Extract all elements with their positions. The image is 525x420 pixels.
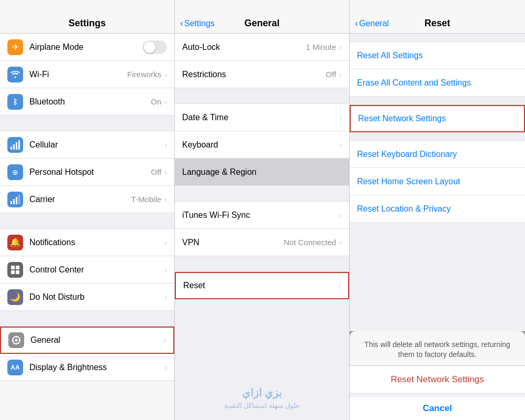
reset-item-network[interactable]: Reset Network Settings bbox=[350, 105, 525, 132]
reset-item-keyboard[interactable]: Reset Keyboard Dictionary bbox=[350, 141, 525, 168]
bluetooth-icon: ᛒ bbox=[7, 94, 23, 110]
wifi-icon bbox=[7, 67, 23, 82]
hotspot-label: Personal Hotspot bbox=[29, 167, 151, 177]
control-icon bbox=[7, 262, 23, 278]
datetime-chevron: › bbox=[339, 113, 342, 122]
autolock-value: 1 Minute bbox=[306, 43, 337, 51]
svg-rect-0 bbox=[10, 146, 12, 150]
settings-item-notifications[interactable]: 🔔 Notifications › bbox=[0, 229, 174, 256]
reset-divider-top bbox=[350, 34, 525, 42]
divider-3 bbox=[0, 311, 174, 327]
panel-reset: ‹ General Reset Reset All Settings Erase… bbox=[350, 0, 525, 420]
airplane-toggle[interactable] bbox=[143, 40, 167, 54]
display-chevron: › bbox=[164, 363, 167, 372]
dialog-confirm-btn[interactable]: Reset Network Settings bbox=[350, 365, 525, 393]
general-item-keyboard[interactable]: Keyboard › bbox=[175, 131, 349, 159]
bluetooth-value: On bbox=[151, 97, 161, 106]
settings-item-control[interactable]: Control Center › bbox=[0, 256, 174, 284]
reset-network-label: Reset Network Settings bbox=[358, 114, 446, 123]
settings-title: Settings bbox=[68, 18, 106, 29]
dialog-cancel-label: Cancel bbox=[423, 403, 452, 414]
settings-item-hotspot[interactable]: ⊕ Personal Hotspot Off › bbox=[0, 159, 174, 186]
reset-divider-1 bbox=[350, 97, 525, 105]
general-divider-1 bbox=[175, 88, 349, 104]
general-item-vpn[interactable]: VPN Not Connected › bbox=[175, 229, 349, 256]
reset-keyboard-label: Reset Keyboard Dictionary bbox=[357, 150, 457, 159]
reset-item-homescreen[interactable]: Reset Home Screen Layout bbox=[350, 168, 525, 195]
watermark-text: بزي ازاي bbox=[175, 386, 349, 399]
general-title: General bbox=[244, 18, 279, 29]
reset-header: ‹ General Reset bbox=[350, 0, 525, 34]
carrier-icon bbox=[7, 192, 23, 207]
reset-item-all[interactable]: Reset All Settings bbox=[350, 42, 525, 69]
notifications-icon: 🔔 bbox=[7, 235, 23, 250]
datetime-label: Date & Time bbox=[182, 113, 339, 122]
general-item-restrictions[interactable]: Restrictions Off › bbox=[175, 61, 349, 88]
general-divider-3 bbox=[175, 256, 349, 272]
reset-chevron: › bbox=[338, 281, 341, 290]
settings-header: Settings bbox=[0, 0, 174, 34]
settings-item-general[interactable]: General › bbox=[0, 327, 174, 354]
autolock-chevron: › bbox=[339, 43, 342, 51]
reset-item-location[interactable]: Reset Location & Privacy bbox=[350, 195, 525, 223]
back-to-general-label: General bbox=[359, 19, 389, 28]
wifi-label: Wi-Fi bbox=[29, 70, 127, 79]
general-item-language[interactable]: Language & Region › bbox=[175, 159, 349, 186]
airplane-label: Airplane Mode bbox=[29, 43, 143, 52]
back-to-general-btn[interactable]: ‹ General bbox=[355, 18, 389, 29]
reset-homescreen-label: Reset Home Screen Layout bbox=[357, 177, 460, 186]
divider-2 bbox=[0, 213, 174, 229]
settings-item-cellular[interactable]: Cellular › bbox=[0, 131, 174, 159]
general-label: General bbox=[30, 335, 163, 345]
svg-rect-8 bbox=[11, 266, 15, 269]
language-label: Language & Region bbox=[182, 167, 339, 177]
svg-rect-3 bbox=[18, 140, 20, 150]
hotspot-chevron: › bbox=[164, 168, 167, 176]
settings-item-airplane[interactable]: ✈ Airplane Mode bbox=[0, 34, 174, 61]
settings-item-bluetooth[interactable]: ᛒ Bluetooth On › bbox=[0, 88, 174, 116]
general-list: Auto-Lock 1 Minute › Restrictions Off › … bbox=[175, 34, 349, 357]
dialog-cancel-btn[interactable]: Cancel bbox=[350, 393, 525, 420]
svg-rect-10 bbox=[11, 270, 15, 274]
reset-label: Reset bbox=[183, 281, 338, 290]
general-chevron: › bbox=[163, 336, 166, 344]
wifi-value: Fireworks bbox=[127, 70, 161, 79]
reset-all-label: Reset All Settings bbox=[357, 51, 423, 60]
hotspot-icon: ⊕ bbox=[7, 164, 23, 180]
bluetooth-label: Bluetooth bbox=[29, 97, 151, 107]
general-item-autolock[interactable]: Auto-Lock 1 Minute › bbox=[175, 34, 349, 61]
svg-rect-1 bbox=[13, 144, 15, 150]
notifications-label: Notifications bbox=[29, 238, 164, 247]
settings-item-wifi[interactable]: Wi-Fi Fireworks › bbox=[0, 61, 174, 88]
reset-location-label: Reset Location & Privacy bbox=[357, 204, 451, 214]
settings-item-dnd[interactable]: 🌙 Do Not Disturb › bbox=[0, 284, 174, 311]
general-item-datetime[interactable]: Date & Time › bbox=[175, 104, 349, 131]
itunes-chevron: › bbox=[339, 211, 342, 219]
carrier-chevron: › bbox=[164, 195, 167, 204]
back-to-settings-btn[interactable]: ‹ Settings bbox=[180, 18, 215, 29]
cellular-icon bbox=[7, 137, 23, 153]
back-to-settings-label: Settings bbox=[184, 19, 215, 28]
settings-item-carrier[interactable]: Carrier T-Mobile › bbox=[0, 186, 174, 213]
general-item-itunes[interactable]: iTunes Wi-Fi Sync › bbox=[175, 202, 349, 229]
control-label: Control Center bbox=[29, 265, 164, 275]
vpn-chevron: › bbox=[339, 238, 342, 247]
display-icon: AA bbox=[7, 360, 23, 375]
settings-item-display[interactable]: AA Display & Brightness › bbox=[0, 354, 174, 381]
svg-rect-7 bbox=[18, 195, 20, 204]
back-chevron-icon: ‹ bbox=[180, 18, 183, 29]
reset-item-erase[interactable]: Erase All Content and Settings bbox=[350, 69, 525, 97]
bluetooth-chevron: › bbox=[164, 98, 167, 106]
svg-point-13 bbox=[15, 339, 18, 342]
general-item-reset[interactable]: Reset › bbox=[175, 272, 349, 299]
back-to-general-chevron: ‹ bbox=[355, 18, 358, 29]
wifi-chevron: › bbox=[164, 70, 167, 79]
svg-rect-6 bbox=[16, 197, 17, 204]
cellular-chevron: › bbox=[164, 141, 167, 149]
dialog-confirm-label: Reset Network Settings bbox=[391, 374, 484, 385]
dnd-label: Do Not Disturb bbox=[29, 292, 164, 302]
dialog-box: This will delete all network settings, r… bbox=[350, 331, 525, 393]
svg-rect-11 bbox=[16, 270, 19, 274]
divider-1 bbox=[0, 116, 174, 131]
dnd-icon: 🌙 bbox=[7, 289, 23, 305]
